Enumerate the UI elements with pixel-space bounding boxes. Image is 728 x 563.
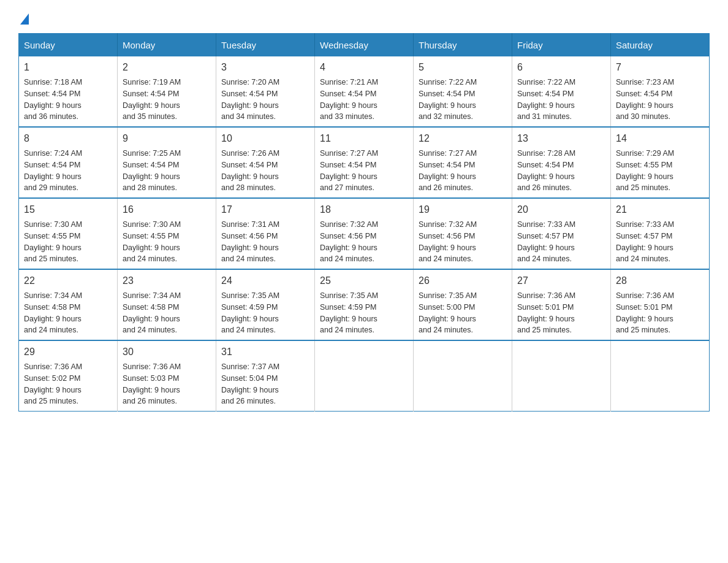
day-cell: 9Sunrise: 7:25 AMSunset: 4:54 PMDaylight… xyxy=(118,127,216,198)
day-number: 17 xyxy=(221,202,309,217)
day-number: 1 xyxy=(24,60,112,75)
day-number: 18 xyxy=(320,202,408,217)
day-cell: 18Sunrise: 7:32 AMSunset: 4:56 PMDayligh… xyxy=(315,198,414,269)
day-cell xyxy=(611,340,710,412)
day-number: 23 xyxy=(123,274,211,288)
week-row-2: 8Sunrise: 7:24 AMSunset: 4:54 PMDaylight… xyxy=(19,127,710,198)
day-cell: 23Sunrise: 7:34 AMSunset: 4:58 PMDayligh… xyxy=(118,269,216,340)
week-row-5: 29Sunrise: 7:36 AMSunset: 5:02 PMDayligh… xyxy=(19,340,710,412)
day-cell: 27Sunrise: 7:36 AMSunset: 5:01 PMDayligh… xyxy=(512,269,611,340)
day-number: 20 xyxy=(517,202,605,217)
day-number: 3 xyxy=(221,60,309,75)
day-cell xyxy=(414,340,512,412)
day-number: 16 xyxy=(123,202,211,217)
week-row-3: 15Sunrise: 7:30 AMSunset: 4:55 PMDayligh… xyxy=(19,198,710,269)
day-number: 7 xyxy=(616,60,704,75)
day-number: 10 xyxy=(221,131,309,146)
day-cell: 28Sunrise: 7:36 AMSunset: 5:01 PMDayligh… xyxy=(611,269,710,340)
day-number: 21 xyxy=(616,202,704,217)
day-cell: 31Sunrise: 7:37 AMSunset: 5:04 PMDayligh… xyxy=(216,340,315,412)
day-cell: 14Sunrise: 7:29 AMSunset: 4:55 PMDayligh… xyxy=(611,127,710,198)
day-number: 11 xyxy=(320,131,408,146)
day-cell: 5Sunrise: 7:22 AMSunset: 4:54 PMDaylight… xyxy=(414,56,512,127)
header-row: SundayMondayTuesdayWednesdayThursdayFrid… xyxy=(19,34,710,57)
day-cell: 4Sunrise: 7:21 AMSunset: 4:54 PMDaylight… xyxy=(315,56,414,127)
day-cell: 10Sunrise: 7:26 AMSunset: 4:54 PMDayligh… xyxy=(216,127,315,198)
day-number: 2 xyxy=(123,60,211,75)
day-cell: 17Sunrise: 7:31 AMSunset: 4:56 PMDayligh… xyxy=(216,198,315,269)
day-number: 12 xyxy=(419,131,507,146)
day-cell: 6Sunrise: 7:22 AMSunset: 4:54 PMDaylight… xyxy=(512,56,611,127)
header-cell-monday: Monday xyxy=(118,34,216,57)
day-cell: 16Sunrise: 7:30 AMSunset: 4:55 PMDayligh… xyxy=(118,198,216,269)
header-cell-saturday: Saturday xyxy=(611,34,710,57)
day-cell: 19Sunrise: 7:32 AMSunset: 4:56 PMDayligh… xyxy=(414,198,512,269)
day-cell: 22Sunrise: 7:34 AMSunset: 4:58 PMDayligh… xyxy=(19,269,118,340)
day-cell: 20Sunrise: 7:33 AMSunset: 4:57 PMDayligh… xyxy=(512,198,611,269)
logo-triangle-icon xyxy=(20,13,29,25)
day-cell: 15Sunrise: 7:30 AMSunset: 4:55 PMDayligh… xyxy=(19,198,118,269)
day-number: 13 xyxy=(517,131,605,146)
day-cell: 7Sunrise: 7:23 AMSunset: 4:54 PMDaylight… xyxy=(611,56,710,127)
header-cell-sunday: Sunday xyxy=(19,34,118,57)
day-number: 31 xyxy=(221,345,309,359)
day-number: 4 xyxy=(320,60,408,75)
day-cell xyxy=(315,340,414,412)
header-cell-tuesday: Tuesday xyxy=(216,34,315,57)
day-cell: 12Sunrise: 7:27 AMSunset: 4:54 PMDayligh… xyxy=(414,127,512,198)
day-cell: 24Sunrise: 7:35 AMSunset: 4:59 PMDayligh… xyxy=(216,269,315,340)
day-cell: 26Sunrise: 7:35 AMSunset: 5:00 PMDayligh… xyxy=(414,269,512,340)
day-cell: 3Sunrise: 7:20 AMSunset: 4:54 PMDaylight… xyxy=(216,56,315,127)
day-number: 25 xyxy=(320,274,408,288)
day-number: 19 xyxy=(419,202,507,217)
day-number: 22 xyxy=(24,274,112,288)
week-row-4: 22Sunrise: 7:34 AMSunset: 4:58 PMDayligh… xyxy=(19,269,710,340)
day-cell: 11Sunrise: 7:27 AMSunset: 4:54 PMDayligh… xyxy=(315,127,414,198)
page-header xyxy=(18,12,710,21)
day-cell: 13Sunrise: 7:28 AMSunset: 4:54 PMDayligh… xyxy=(512,127,611,198)
day-cell: 8Sunrise: 7:24 AMSunset: 4:54 PMDaylight… xyxy=(19,127,118,198)
day-number: 29 xyxy=(24,345,112,359)
day-cell xyxy=(512,340,611,412)
day-cell: 30Sunrise: 7:36 AMSunset: 5:03 PMDayligh… xyxy=(118,340,216,412)
day-cell: 21Sunrise: 7:33 AMSunset: 4:57 PMDayligh… xyxy=(611,198,710,269)
day-number: 24 xyxy=(221,274,309,288)
day-number: 28 xyxy=(616,274,704,288)
day-number: 27 xyxy=(517,274,605,288)
day-cell: 29Sunrise: 7:36 AMSunset: 5:02 PMDayligh… xyxy=(19,340,118,412)
logo xyxy=(18,12,29,21)
day-number: 15 xyxy=(24,202,112,217)
day-number: 9 xyxy=(123,131,211,146)
header-cell-thursday: Thursday xyxy=(414,34,512,57)
day-cell: 1Sunrise: 7:18 AMSunset: 4:54 PMDaylight… xyxy=(19,56,118,127)
day-number: 5 xyxy=(419,60,507,75)
day-number: 14 xyxy=(616,131,704,146)
day-number: 30 xyxy=(123,345,211,359)
day-number: 26 xyxy=(419,274,507,288)
calendar-table: SundayMondayTuesdayWednesdayThursdayFrid… xyxy=(18,33,710,412)
week-row-1: 1Sunrise: 7:18 AMSunset: 4:54 PMDaylight… xyxy=(19,56,710,127)
day-number: 8 xyxy=(24,131,112,146)
day-cell: 2Sunrise: 7:19 AMSunset: 4:54 PMDaylight… xyxy=(118,56,216,127)
header-cell-wednesday: Wednesday xyxy=(315,34,414,57)
day-number: 6 xyxy=(517,60,605,75)
header-cell-friday: Friday xyxy=(512,34,611,57)
day-cell: 25Sunrise: 7:35 AMSunset: 4:59 PMDayligh… xyxy=(315,269,414,340)
